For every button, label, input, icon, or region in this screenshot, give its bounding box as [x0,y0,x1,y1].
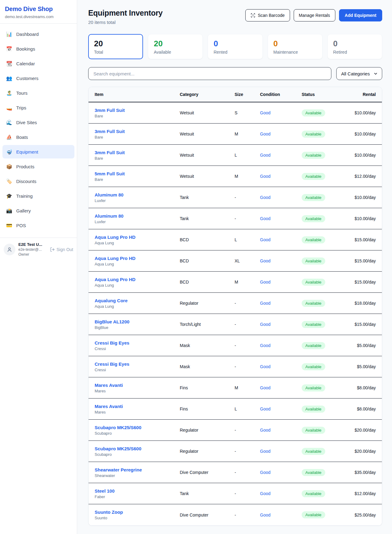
size-cell: M [235,385,260,390]
condition-link[interactable]: Good [260,470,302,475]
table-header-row: Item Category Size Condition Status Rent… [89,87,382,102]
condition-link[interactable]: Good [260,280,302,284]
condition-link[interactable]: Good [260,449,302,454]
status-badge: Available [302,152,325,159]
category-select-value: All Categories [341,71,370,76]
condition-link[interactable]: Good [260,301,302,306]
category-cell: Fins [180,385,235,390]
items-total-count: 20 items total [88,20,163,25]
item-brand: Luxfer [95,219,180,224]
condition-link[interactable]: Good [260,385,302,390]
search-input[interactable] [88,67,331,80]
condition-link[interactable]: Good [260,110,302,115]
condition-link[interactable]: Good [260,406,302,411]
sidebar-item[interactable]: 🏷️ Discounts [2,174,74,188]
condition-link[interactable]: Good [260,195,302,200]
sidebar-item[interactable]: 🤿 Equipment [2,145,74,158]
sidebar-item[interactable]: 🎓 Training [2,189,74,203]
sign-out-button[interactable]: Sign Out [50,247,73,252]
manage-rentals-button[interactable]: Manage Rentals [294,9,335,21]
item-name-link[interactable]: Suunto Zoop [95,509,180,515]
sidebar-item[interactable]: 📆 Calendar [2,57,74,70]
sidebar-item-label: Equipment [16,149,38,154]
sidebar-item[interactable]: 🚤 Trips [2,101,74,114]
sidebar-item-label: Products [16,164,34,169]
item-name-link[interactable]: Shearwater Peregrine [95,467,180,472]
item-name-link[interactable]: Scubapro MK25/S600 [95,425,180,430]
stat-card[interactable]: 0 Maintenance [268,34,322,59]
stat-card[interactable]: 0 Retired [327,34,382,59]
condition-link[interactable]: Good [260,513,302,517]
condition-link[interactable]: Good [260,132,302,136]
item-name-link[interactable]: Aqualung Core [95,298,180,303]
table-row: Aqua Lung Pro HD Aqua Lung BCD L Good Av… [89,229,382,250]
sidebar-item-label: Discounts [16,179,36,184]
category-cell: Regulator [180,449,235,454]
item-name-link[interactable]: Aqua Lung Pro HD [95,256,180,261]
item-cell: Suunto Zoop Suunto [95,509,180,520]
rental-price: $8.00/day [336,385,376,390]
size-cell: M [235,174,260,179]
item-name-link[interactable]: Cressi Big Eyes [95,361,180,367]
stats-row: 20 Total 20 Available 0 Rented 0 Mainten… [88,34,382,59]
stat-card[interactable]: 20 Total [88,34,143,59]
add-equipment-button[interactable]: Add Equipment [339,9,382,21]
item-name-link[interactable]: Steel 100 [95,488,180,494]
item-name-link[interactable]: Mares Avanti [95,383,180,388]
item-name-link[interactable]: 3mm Full Suit [95,150,180,155]
trips-icon: 🚤 [6,105,12,111]
scan-barcode-label: Scan Barcode [258,13,285,18]
condition-link[interactable]: Good [260,216,302,221]
condition-link[interactable]: Good [260,153,302,158]
condition-link[interactable]: Good [260,174,302,179]
rental-price: $25.00/day [336,513,376,517]
category-cell: Tank [180,195,235,200]
status-cell: Available [302,511,336,518]
dive-sites-icon: 🌊 [6,120,12,125]
condition-link[interactable]: Good [260,258,302,263]
item-name-link[interactable]: Cressi Big Eyes [95,340,180,345]
item-name-link[interactable]: BigBlue AL1200 [95,319,180,324]
sidebar-item[interactable]: ⛵ Boats [2,130,74,144]
table-row: 3mm Full Suit Bare Wetsuit L Good Availa… [89,145,382,166]
sidebar-item[interactable]: 📦 Products [2,160,74,173]
item-name-link[interactable]: Aluminum 80 [95,213,180,219]
condition-link[interactable]: Good [260,237,302,242]
category-cell: Wetsuit [180,174,235,179]
sidebar-item[interactable]: 📸 Gallery [2,204,74,217]
category-select[interactable]: All Categories [336,67,382,80]
item-name-link[interactable]: Scubapro MK25/S600 [95,446,180,451]
sidebar-item[interactable]: 📅 Bookings [2,42,74,55]
page-header: Equipment Inventory 20 items total [88,9,382,25]
item-name-link[interactable]: Aqua Lung Pro HD [95,277,180,282]
condition-link[interactable]: Good [260,491,302,496]
condition-link[interactable]: Good [260,428,302,433]
sidebar-item[interactable]: 🏝️ Tours [2,86,74,100]
scan-barcode-button[interactable]: Scan Barcode [245,9,290,21]
sidebar-item[interactable]: 👥 Customers [2,71,74,85]
condition-link[interactable]: Good [260,343,302,348]
sidebar-nav: 📊 Dashboard 📅 Bookings 📆 Calendar 👥 Cust… [0,24,77,236]
item-name-link[interactable]: Mares Avanti [95,404,180,409]
stat-value: 0 [273,39,317,48]
table-row: Cressi Big Eyes Cressi Mask - Good Avail… [89,335,382,356]
sidebar-item-label: Calendar [16,61,35,66]
condition-link[interactable]: Good [260,322,302,327]
chevron-down-icon [373,71,378,76]
sidebar-item[interactable]: 📊 Dashboard [2,27,74,41]
stat-card[interactable]: 0 Rented [208,34,262,59]
dashboard-icon: 📊 [6,31,12,37]
item-name-link[interactable]: Aqua Lung Pro HD [95,235,180,240]
brand-domain: demo.test.divestreams.com [5,14,72,19]
item-cell: 3mm Full Suit Bare [95,108,180,118]
rental-price: $10.00/day [336,153,376,158]
condition-link[interactable]: Good [260,364,302,369]
item-cell: Scubapro MK25/S600 Scubapro [95,425,180,436]
item-name-link[interactable]: Aluminum 80 [95,192,180,197]
item-name-link[interactable]: 5mm Full Suit [95,171,180,176]
stat-card[interactable]: 20 Available [148,34,203,59]
sidebar-item[interactable]: 🌊 Dive Sites [2,116,74,129]
item-name-link[interactable]: 3mm Full Suit [95,129,180,134]
item-name-link[interactable]: 3mm Full Suit [95,108,180,113]
sidebar-item[interactable]: 💳 POS [2,219,74,232]
